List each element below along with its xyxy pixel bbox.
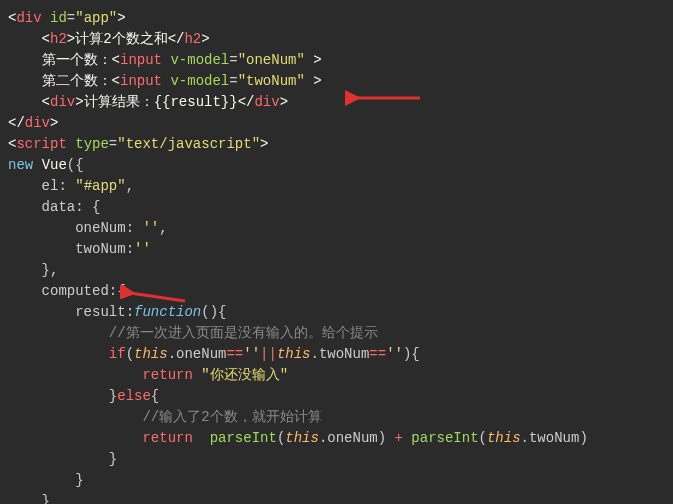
code-line: <div>计算结果：{{result}}</div>: [8, 92, 665, 113]
code-line: el: "#app",: [8, 176, 665, 197]
code-line: <script type="text/javascript">: [8, 134, 665, 155]
code-line: }: [8, 449, 665, 470]
code-line: }: [8, 470, 665, 491]
code-line: //输入了2个数，就开始计算: [8, 407, 665, 428]
code-line: <div id="app">: [8, 8, 665, 29]
code-line: //第一次进入页面是没有输入的。给个提示: [8, 323, 665, 344]
code-editor[interactable]: <div id="app"> <h2>计算2个数之和</h2> 第一个数：<in…: [8, 8, 665, 504]
code-line: computed:{: [8, 281, 665, 302]
code-line: oneNum: '',: [8, 218, 665, 239]
code-line: data: {: [8, 197, 665, 218]
code-line: return parseInt(this.oneNum) + parseInt(…: [8, 428, 665, 449]
code-line: twoNum:'': [8, 239, 665, 260]
code-line: if(this.oneNum==''||this.twoNum==''){: [8, 344, 665, 365]
code-line: 第一个数：<input v-model="oneNum" >: [8, 50, 665, 71]
code-line: }else{: [8, 386, 665, 407]
code-line: <h2>计算2个数之和</h2>: [8, 29, 665, 50]
code-line: result:function(){: [8, 302, 665, 323]
code-line: }: [8, 491, 665, 504]
code-line: return "你还没输入": [8, 365, 665, 386]
code-line: 第二个数：<input v-model="twoNum" >: [8, 71, 665, 92]
code-line: },: [8, 260, 665, 281]
code-line: new Vue({: [8, 155, 665, 176]
code-line: </div>: [8, 113, 665, 134]
